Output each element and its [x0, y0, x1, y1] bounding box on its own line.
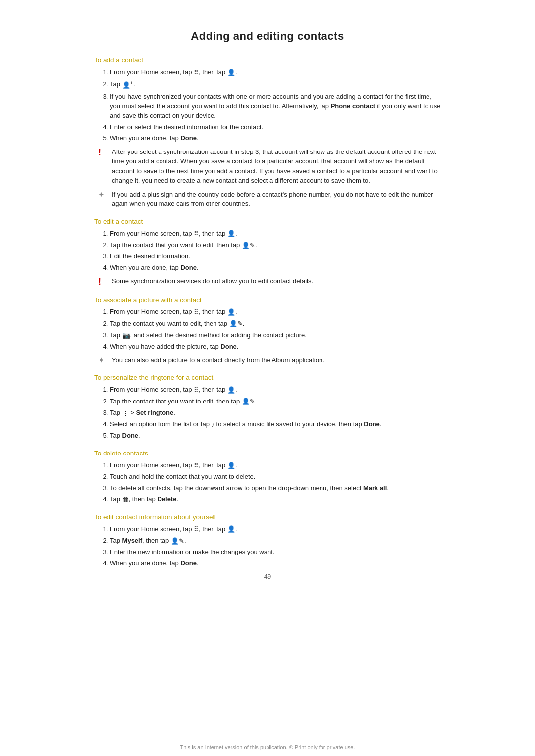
inline-bold: Done	[122, 432, 139, 439]
tip-note-picture: ✦ You can also add a picture to a contac…	[94, 355, 441, 365]
step-item: Enter the new information or make the ch…	[110, 547, 441, 557]
contacts-icon: 👤	[227, 307, 235, 317]
step-item: When you are done, tap Done.	[110, 263, 441, 273]
step-item: When you have added the picture, tap Don…	[110, 342, 441, 352]
menu-icon: ⋮	[122, 408, 129, 418]
inline-bold: Done	[180, 134, 197, 142]
step-item: When you are done, tap Done.	[110, 133, 441, 143]
section-edit-yourself: To edit contact information about yourse…	[94, 513, 441, 568]
inline-bold: Phone contact	[331, 102, 375, 110]
edit-person-icon: 👤✎	[242, 241, 255, 251]
section-ringtone: To personalize the ringtone for a contac…	[94, 374, 441, 441]
section-heading-ringtone: To personalize the ringtone for a contac…	[94, 374, 441, 381]
edit-person-icon: 👤✎	[229, 319, 243, 329]
step-item: Tap the contact that you want to edit, t…	[110, 240, 441, 250]
step-item: Touch and hold the contact that you want…	[110, 472, 441, 482]
section-heading-add: To add a contact	[94, 56, 441, 64]
step-item: Edit the desired information.	[110, 252, 441, 261]
inline-bold: Set ringtone	[136, 409, 173, 416]
section-delete-contacts: To delete contacts From your Home screen…	[94, 450, 441, 504]
page-number: 49	[94, 573, 441, 580]
inline-bold: Myself	[122, 537, 142, 544]
section-add-contact: To add a contact From your Home screen, …	[94, 56, 441, 209]
contacts-icon: 👤	[227, 385, 235, 395]
inline-bold: Done	[180, 559, 197, 567]
edit-person-icon: 👤✎	[242, 397, 255, 406]
step-item: From your Home screen, tap ⠿, then tap 👤…	[110, 229, 441, 239]
step-item: From your Home screen, tap ⠿, then tap 👤…	[110, 385, 441, 395]
step-item: Enter or select the desired information …	[110, 122, 441, 132]
step-item: Tap 📷, and select the desired method for…	[110, 330, 441, 340]
step-item: Tap 🗑, then tap Delete.	[110, 494, 441, 504]
music-icon: ♪	[212, 420, 215, 430]
warning-note-edit: ! Some synchronization services do not a…	[94, 276, 441, 287]
add-person-icon: 👤+	[122, 79, 133, 90]
inline-bold: Mark all	[363, 484, 387, 492]
step-item: Tap Done.	[110, 431, 441, 441]
grid-icon: ⠿	[194, 68, 199, 78]
inline-bold: Done	[364, 420, 380, 428]
warning-note: ! After you select a synchronization acc…	[94, 147, 441, 186]
section-heading-yourself: To edit contact information about yourse…	[94, 513, 441, 521]
step-item: To delete all contacts, tap the downward…	[110, 483, 441, 493]
tip-icon: ✦	[98, 356, 107, 365]
warning-icon: !	[98, 277, 107, 287]
step-item: Tap the contact that you want to edit, t…	[110, 397, 441, 406]
section-associate-picture: To associate a picture with a contact Fr…	[94, 296, 441, 365]
steps-list-yourself: From your Home screen, tap ⠿, then tap 👤…	[110, 524, 441, 568]
step-item: Tap 👤+.	[110, 79, 441, 90]
tip-icon: ✦	[98, 190, 107, 199]
steps-list-edit: From your Home screen, tap ⠿, then tap 👤…	[110, 229, 441, 273]
step-item: From your Home screen, tap ⠿, then tap 👤…	[110, 524, 441, 534]
grid-icon: ⠿	[194, 229, 199, 239]
note-text: After you select a synchronization accou…	[112, 147, 441, 186]
step-item: When you are done, tap Done.	[110, 558, 441, 568]
contacts-icon: 👤	[227, 461, 235, 471]
tip-text-picture: You can also add a picture to a contact …	[112, 355, 324, 365]
step-item: Tap Myself, then tap 👤✎.	[110, 536, 441, 546]
contacts-icon: 👤	[227, 524, 235, 534]
camera-icon: 📷	[122, 331, 130, 341]
inline-bold: Done	[220, 343, 237, 350]
contacts-icon: 👤	[227, 229, 235, 239]
step-item: From your Home screen, tap ⠿, then tap 👤…	[110, 67, 441, 77]
grid-icon: ⠿	[194, 524, 199, 534]
tip-note: ✦ If you add a plus sign and the country…	[94, 190, 441, 209]
step-item: From your Home screen, tap ⠿, then tap 👤…	[110, 307, 441, 317]
footer: This is an Internet version of this publ…	[74, 735, 461, 756]
steps-list-delete: From your Home screen, tap ⠿, then tap 👤…	[110, 460, 441, 504]
contacts-icon: 👤	[227, 68, 235, 78]
section-heading-picture: To associate a picture with a contact	[94, 296, 441, 303]
step-item: Tap ⋮ > Set ringtone.	[110, 408, 441, 418]
section-edit-contact: To edit a contact From your Home screen,…	[94, 218, 441, 288]
trash-icon: 🗑	[122, 495, 129, 504]
warning-icon: !	[98, 148, 107, 158]
edit-person-icon: 👤✎	[171, 536, 184, 546]
grid-icon: ⠿	[194, 461, 199, 471]
tip-text: If you add a plus sign and the country c…	[112, 190, 441, 209]
note-text-edit: Some synchronization services do not all…	[112, 276, 313, 286]
page-title: Adding and editing contacts	[94, 30, 441, 43]
step-item: Select an option from the list or tap ♪ …	[110, 419, 441, 429]
grid-icon: ⠿	[194, 307, 199, 317]
inline-bold: Delete	[157, 495, 176, 503]
section-heading-delete: To delete contacts	[94, 450, 441, 457]
step-item: From your Home screen, tap ⠿, then tap 👤…	[110, 460, 441, 470]
steps-list-add: From your Home screen, tap ⠿, then tap 👤…	[110, 67, 441, 143]
grid-icon: ⠿	[194, 385, 199, 395]
steps-list-ringtone: From your Home screen, tap ⠿, then tap 👤…	[110, 385, 441, 441]
page-content: Adding and editing contacts To add a con…	[74, 0, 461, 735]
inline-bold: Done	[180, 264, 197, 271]
section-heading-edit: To edit a contact	[94, 218, 441, 225]
steps-list-picture: From your Home screen, tap ⠿, then tap 👤…	[110, 307, 441, 351]
step-item: If you have synchronized your contacts w…	[110, 92, 441, 121]
step-item: Tap the contact you want to edit, then t…	[110, 319, 441, 329]
footer-text: This is an Internet version of this publ…	[180, 744, 355, 750]
